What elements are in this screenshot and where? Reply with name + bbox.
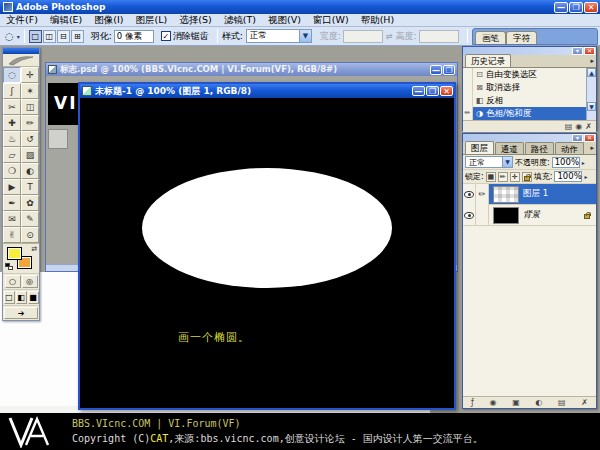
collapse-icon[interactable]: ▾ — [572, 134, 583, 142]
eyedropper-tool-icon[interactable]: ✎ — [21, 211, 39, 227]
opacity-input[interactable]: 100% — [552, 157, 580, 168]
layer-row-layer1[interactable]: ✏ 图层 1 — [463, 184, 596, 205]
maximize-button[interactable]: ❐ — [569, 2, 583, 13]
active-document-window[interactable]: 未标题-1 @ 100% (图层 1, RGB/8) — ❐ ✕ 画一个椭圆。 — [78, 82, 456, 410]
move-tool-icon[interactable]: ✛ — [21, 67, 39, 83]
menu-edit[interactable]: 编辑(E) — [44, 14, 88, 27]
clone-stamp-tool-icon[interactable]: ♨ — [3, 131, 21, 147]
menu-file[interactable]: 文件(F) — [0, 14, 44, 27]
adjustment-layer-icon[interactable]: ◐ — [535, 398, 542, 408]
lock-all-icon[interactable] — [522, 172, 532, 182]
feather-input[interactable]: 0 像素 — [114, 30, 154, 43]
menu-image[interactable]: 图像(I) — [88, 14, 129, 27]
pen-tool-icon[interactable]: ✒ — [3, 195, 21, 211]
hand-tool-icon[interactable]: ✌ — [3, 227, 21, 243]
fullscreen-button[interactable]: ■ — [28, 291, 39, 304]
blur-tool-icon[interactable]: ❍ — [3, 163, 21, 179]
close-button[interactable]: ✕ — [440, 86, 453, 96]
jump-to-imageready-button[interactable]: ➔ — [4, 307, 38, 319]
add-selection-button[interactable]: ◫ — [43, 30, 56, 43]
lock-position-icon[interactable]: ✛ — [510, 172, 520, 182]
lasso-tool-icon[interactable]: ʃ — [3, 83, 21, 99]
active-window-titlebar[interactable]: 未标题-1 @ 100% (图层 1, RGB/8) — ❐ ✕ — [80, 84, 454, 98]
maximize-button[interactable]: ❐ — [443, 65, 455, 75]
history-item[interactable]: ◧ 反相 — [463, 94, 596, 107]
path-selection-tool-icon[interactable]: ▶ — [3, 179, 21, 195]
style-select[interactable]: 正常 ▼ — [246, 29, 312, 43]
antialias-checkbox[interactable]: ✓ — [161, 31, 171, 41]
visibility-toggle[interactable] — [463, 184, 476, 205]
history-item[interactable]: ⊡ 自由变换选区 — [463, 68, 596, 81]
layer-name[interactable]: 图层 1 — [523, 188, 548, 200]
foreground-color-swatch[interactable] — [7, 247, 22, 260]
tool-preset-icon[interactable]: ◌ — [5, 31, 14, 42]
history-source-gutter[interactable] — [463, 68, 473, 81]
layer-mask-icon[interactable]: ◉ — [490, 398, 497, 408]
new-snapshot-icon[interactable]: ◉ — [575, 122, 582, 132]
fill-input[interactable]: 100% — [554, 171, 582, 182]
app-titlebar[interactable]: Adobe Photoshop — ❐ ✕ — [0, 0, 600, 14]
chevron-down-icon[interactable]: ▼ — [502, 157, 512, 167]
lock-image-icon[interactable]: ✏ — [498, 172, 508, 182]
layer-row-background[interactable]: 背景 — [463, 205, 596, 226]
link-indicator[interactable] — [476, 205, 489, 226]
eraser-tool-icon[interactable]: ▱ — [3, 147, 21, 163]
close-icon[interactable]: ✕ — [584, 134, 595, 142]
history-item[interactable]: ⊠ 取消选择 — [463, 81, 596, 94]
history-brush-source-icon[interactable]: ✏ — [463, 107, 473, 120]
document-canvas[interactable]: 画一个椭圆。 — [80, 98, 454, 408]
new-selection-button[interactable]: □ — [29, 30, 42, 43]
menu-window[interactable]: 窗口(W) — [307, 14, 355, 27]
fill-slider-icon[interactable]: ▸ — [584, 173, 587, 180]
tab-brushes[interactable]: 画笔 — [475, 31, 506, 44]
default-colors-icon[interactable] — [5, 263, 13, 271]
menu-view[interactable]: 视图(V) — [262, 14, 307, 27]
maximize-button[interactable]: ❐ — [426, 86, 439, 96]
tab-paths[interactable]: 路径 — [525, 142, 554, 154]
tab-layers[interactable]: 图层 — [465, 141, 494, 154]
delete-state-icon[interactable]: ✗ — [585, 122, 592, 132]
layer-name[interactable]: 背景 — [523, 209, 540, 221]
tab-channels[interactable]: 通道 — [495, 142, 524, 154]
minimize-button[interactable]: — — [430, 65, 442, 75]
collapse-icon[interactable]: ▾ — [572, 47, 583, 55]
tab-actions[interactable]: 动作 — [555, 142, 584, 154]
opacity-slider-icon[interactable]: ▸ — [582, 159, 585, 166]
standard-mode-button[interactable]: ○ — [5, 275, 21, 288]
notes-tool-icon[interactable]: ✉ — [3, 211, 21, 227]
visibility-toggle[interactable] — [463, 205, 476, 226]
chevron-down-icon[interactable]: ▼ — [299, 30, 311, 42]
new-document-from-state-icon[interactable]: ▤ — [565, 122, 573, 132]
quickmask-mode-button[interactable]: ◎ — [22, 275, 38, 288]
close-icon[interactable]: ✕ — [584, 47, 595, 55]
scroll-down-icon[interactable]: ▼ — [587, 102, 596, 111]
panel-menu-icon[interactable]: ▸ — [590, 57, 594, 65]
layer-style-icon[interactable]: ƒ — [471, 398, 474, 408]
marquee-tool-icon[interactable]: ◌ — [3, 67, 21, 83]
menu-help[interactable]: 帮助(H) — [355, 14, 401, 27]
type-tool-icon[interactable]: T — [21, 179, 39, 195]
custom-shape-tool-icon[interactable]: ✿ — [21, 195, 39, 211]
panel-menu-icon[interactable]: ▸ — [590, 144, 594, 152]
menu-filter[interactable]: 滤镜(T) — [218, 14, 262, 27]
menu-layer[interactable]: 图层(L) — [130, 14, 174, 27]
history-source-gutter[interactable] — [463, 94, 473, 107]
brush-tool-icon[interactable]: ✏ — [21, 115, 39, 131]
minimize-button[interactable]: — — [412, 86, 425, 96]
fullscreen-menubar-button[interactable]: ◧ — [16, 291, 27, 304]
background-window-titlebar[interactable]: 标志.psd @ 100% (BBS.VIcnc.COM | VI.Forum(… — [46, 63, 457, 76]
tool-preset-arrow[interactable]: ▾ — [17, 33, 20, 40]
photoshop-feather-logo[interactable] — [3, 54, 39, 67]
zoom-tool-icon[interactable]: ⊙ — [21, 227, 39, 243]
magic-wand-tool-icon[interactable]: ✶ — [21, 83, 39, 99]
history-scrollbar[interactable]: ▲ ▼ — [586, 68, 596, 120]
subtract-selection-button[interactable]: ⊟ — [57, 30, 70, 43]
close-button[interactable]: ✕ — [584, 2, 598, 13]
blend-mode-select[interactable]: 正常 ▼ — [465, 156, 513, 168]
lock-transparency-icon[interactable]: ▦ — [486, 172, 496, 182]
crop-tool-icon[interactable]: ✂ — [3, 99, 21, 115]
layer-thumbnail[interactable] — [493, 207, 519, 224]
minimize-button[interactable]: — — [554, 2, 568, 13]
healing-brush-tool-icon[interactable]: ✚ — [3, 115, 21, 131]
new-group-icon[interactable]: ▣ — [512, 398, 520, 408]
